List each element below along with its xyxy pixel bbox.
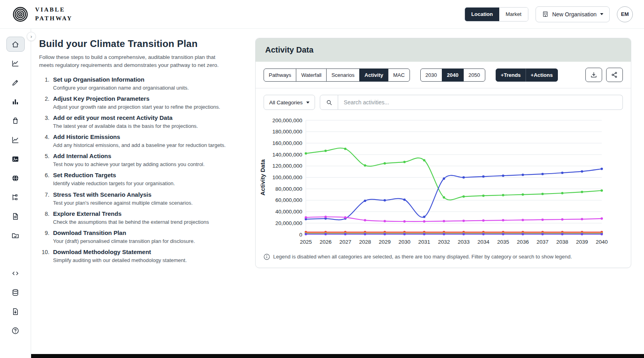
sidebar-item-analytics[interactable] xyxy=(6,132,25,147)
svg-text:2038: 2038 xyxy=(556,239,568,245)
tab-activity[interactable]: Activity xyxy=(359,68,388,82)
sidebar-item-activity[interactable] xyxy=(6,113,25,128)
step-item: 10.Download Methodology StatementSimplif… xyxy=(39,248,227,264)
step-item: 7.Stress Test with Scenario AnalysisTest… xyxy=(39,191,227,207)
sidebar-item-export[interactable] xyxy=(6,304,25,319)
step-item: 8.Explore External TrendsCheck the assum… xyxy=(39,210,227,226)
step-desc: Your (draft) personalised climate transi… xyxy=(53,238,227,245)
step-number: 2. xyxy=(39,95,49,111)
card-header: Activity Data xyxy=(256,38,631,62)
sidebar-item-structure[interactable] xyxy=(6,190,25,205)
bottom-strip xyxy=(31,354,644,358)
svg-text:2039: 2039 xyxy=(576,239,588,245)
shopping-bag-icon xyxy=(11,117,20,125)
sidebar-item-documents[interactable] xyxy=(6,209,25,224)
tab-waterfall[interactable]: Waterfall xyxy=(296,68,327,82)
step-number: 1. xyxy=(39,76,49,92)
step-number: 7. xyxy=(39,191,49,207)
sidebar-item-media[interactable] xyxy=(6,151,25,166)
step-desc: Configure your organisation name and org… xyxy=(53,84,227,92)
category-dropdown[interactable]: All Categories xyxy=(264,95,315,110)
step-title: Download Transition Plan xyxy=(53,229,126,236)
year-tab-group: 2030 2040 2050 xyxy=(420,68,485,82)
svg-text:2032: 2032 xyxy=(438,239,450,245)
steps-panel: Build your Climate Transition Plan Follo… xyxy=(39,38,227,268)
step-number: 5. xyxy=(39,153,49,168)
filter-row: All Categories xyxy=(256,88,631,113)
step-desc: Check the assumptions that lie behind th… xyxy=(53,219,227,226)
tab-2030[interactable]: 2030 xyxy=(420,68,442,82)
search-input[interactable] xyxy=(338,95,623,110)
header-controls: Location Market New Organisation EM xyxy=(465,6,633,22)
svg-text:2030: 2030 xyxy=(398,239,410,245)
document-icon xyxy=(11,212,20,221)
step-number: 8. xyxy=(39,210,49,226)
tab-2040[interactable]: 2040 xyxy=(442,68,464,82)
svg-text:2033: 2033 xyxy=(458,239,470,245)
area-chart-icon xyxy=(11,136,20,144)
info-icon xyxy=(264,254,270,260)
legend-footnote-text: Legend is disabled when all categories a… xyxy=(273,253,572,260)
svg-text:2031: 2031 xyxy=(418,239,430,245)
svg-text:2036: 2036 xyxy=(517,239,529,245)
sidebar-bottom-group xyxy=(6,266,25,338)
svg-text:Activity Data: Activity Data xyxy=(259,159,266,196)
globe-icon xyxy=(11,174,20,182)
line-chart-icon xyxy=(11,59,20,68)
avatar[interactable]: EM xyxy=(617,6,633,22)
tab-mac[interactable]: MAC xyxy=(388,68,410,82)
tab-pathways[interactable]: Pathways xyxy=(264,68,296,82)
share-button[interactable] xyxy=(606,68,623,82)
sidebar-item-global[interactable] xyxy=(6,170,25,186)
brand-name: VIABLE PATHWAY xyxy=(35,6,73,23)
trends-toggle-button[interactable]: +Trends xyxy=(496,68,526,82)
share-icon xyxy=(611,71,618,78)
sidebar-item-bar-charts[interactable] xyxy=(6,94,25,109)
sidebar-item-categories[interactable] xyxy=(6,228,25,243)
location-toggle-button[interactable]: Location xyxy=(465,8,499,21)
step-number: 3. xyxy=(39,114,49,130)
tab-scenarios[interactable]: Scenarios xyxy=(326,68,360,82)
step-item: 3.Add or edit your most recent Activity … xyxy=(39,114,227,130)
svg-text:2025: 2025 xyxy=(300,239,312,245)
database-icon xyxy=(11,288,20,297)
svg-text:2028: 2028 xyxy=(359,239,371,245)
sidebar-expand-button[interactable]: › xyxy=(27,32,36,41)
sidebar xyxy=(0,29,31,358)
organisation-dropdown[interactable]: New Organisation xyxy=(536,6,610,22)
step-number: 4. xyxy=(39,133,49,149)
card-toolbar: Pathways Waterfall Scenarios Activity MA… xyxy=(256,62,631,88)
tab-2050[interactable]: 2050 xyxy=(463,68,485,82)
step-title: Explore External Trends xyxy=(53,210,122,217)
brand-line2: PATHWAY xyxy=(35,14,73,23)
pencil-icon xyxy=(11,78,20,87)
download-icon xyxy=(590,71,597,78)
code-icon xyxy=(11,269,20,278)
sidebar-item-developer[interactable] xyxy=(6,266,25,281)
step-item: 4.Add Historic EmissionsAdd any historic… xyxy=(39,133,227,149)
step-desc: Add any historical emissions, and add a … xyxy=(53,142,227,149)
help-icon xyxy=(11,327,20,335)
svg-text:120,000,000: 120,000,000 xyxy=(272,163,302,169)
step-title: Set up Organisation Information xyxy=(53,76,144,83)
svg-text:20,000,000: 20,000,000 xyxy=(275,220,302,226)
sidebar-item-help[interactable] xyxy=(6,323,25,338)
step-number: 6. xyxy=(39,172,49,187)
sidebar-item-data[interactable] xyxy=(6,285,25,300)
download-button[interactable] xyxy=(585,68,602,82)
market-toggle-button[interactable]: Market xyxy=(499,8,528,21)
step-title: Add Historic Emissions xyxy=(53,133,120,140)
step-title: Add or edit your most recent Activity Da… xyxy=(53,114,173,121)
sidebar-item-edit[interactable] xyxy=(6,75,25,90)
svg-text:2037: 2037 xyxy=(537,239,549,245)
svg-text:140,000,000: 140,000,000 xyxy=(272,152,302,158)
step-desc: Test your plan's resilience against mult… xyxy=(53,200,227,207)
chevron-down-icon xyxy=(600,13,603,15)
step-list: 1.Set up Organisation InformationConfigu… xyxy=(39,76,227,264)
svg-text:100,000,000: 100,000,000 xyxy=(272,174,302,180)
step-title: Stress Test with Scenario Analysis xyxy=(53,191,152,198)
actions-toggle-button[interactable]: +Actions xyxy=(526,68,558,82)
sidebar-item-projections[interactable] xyxy=(6,56,25,71)
svg-text:160,000,000: 160,000,000 xyxy=(272,140,302,146)
sidebar-item-home[interactable] xyxy=(6,37,25,52)
